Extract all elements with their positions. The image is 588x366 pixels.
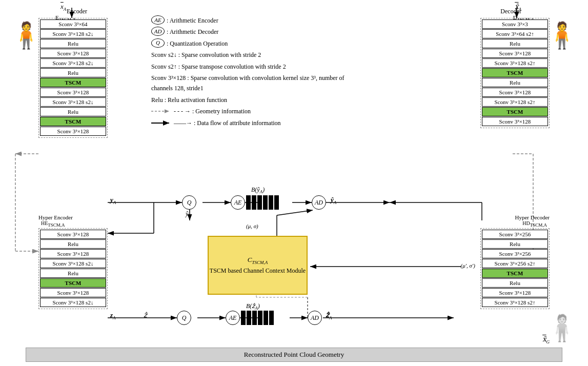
stream-block-z-5: [263, 311, 268, 325]
enc-layer-tscm-2: TSCM: [40, 117, 106, 126]
ad-desc: : Arithmetic Decoder: [167, 27, 218, 37]
person-right-top-figure: 🧍: [546, 21, 578, 50]
enc-layer-9: Relu: [40, 107, 106, 116]
hd-layer-tscm: TSCM: [482, 269, 548, 278]
z-hat-a-output: ẑA: [326, 311, 332, 320]
stream-block-z-1: [241, 311, 246, 325]
sconv-128-desc: Sconv 3³×128 : Sparse convolution with c…: [151, 73, 346, 94]
legend-box: AE : Arithmetic Encoder AD : Arithmetic …: [151, 15, 356, 129]
dec-layer-7: Sconv 3³×128: [482, 88, 548, 97]
legend-relu: Relu : Relu activation function: [151, 95, 356, 105]
ad-circle-y: AD: [312, 195, 326, 210]
dec-layer-8: Sconv 3³×128 s2↑: [482, 97, 548, 107]
stream-block-y-6: [274, 195, 279, 210]
mu-sigma-label: (μ, σ): [246, 223, 258, 229]
enc-layer-1: Sconv 3³×128 s2↓: [40, 29, 106, 38]
hd-layer-2: Sconv 3³×256: [482, 249, 548, 258]
stream-block-z-3: [252, 311, 257, 325]
bottom-bar: Reconstructed Point Cloud Geometry: [26, 348, 562, 362]
context-module: CTSCM,A TSCM based Channel Context Modul…: [208, 236, 308, 295]
person-left-figure: 🧍: [10, 21, 42, 50]
hd-layer-7: Sconv 3³×128 s2↑: [482, 298, 548, 307]
dec-layer-tscm-1: TSCM: [482, 68, 548, 77]
q-circle: Q: [151, 38, 165, 48]
x-a-label: xA: [60, 3, 66, 12]
enc-layer-4: Sconv 3³×128 s2↓: [40, 58, 106, 68]
ad-circle: AD: [151, 27, 165, 36]
encoder-block: Sconv 3³×64 Sconv 3³×128 s2↓ Relu Sconv …: [38, 18, 108, 138]
z-hat-label: ẑ: [144, 311, 147, 319]
legend-sconv-128: Sconv 3³×128 : Sparse convolution with c…: [151, 73, 356, 94]
x-tilde-a-label: x̃A: [515, 3, 521, 12]
dec-layer-2: Relu: [482, 39, 548, 48]
ae-label-y: AE: [234, 199, 242, 207]
hd-layer-1: Relu: [482, 239, 548, 249]
sconv-down-desc: Sconv s2↓ : Sparse convolution with stri…: [151, 50, 261, 60]
he-layer-4: Relu: [40, 269, 106, 278]
legend-ad: AD : Arithmetic Decoder: [151, 27, 356, 37]
stream-block-z-6: [269, 311, 274, 325]
solid-desc: ——→ : Data flow of attribute information: [151, 118, 281, 128]
legend-sconv-down: Sconv s2↓ : Sparse convolution with stri…: [151, 50, 356, 60]
stream-block-y-4: [263, 195, 268, 210]
q-label-y: Q: [187, 199, 192, 207]
stream-block-y-1: [246, 195, 251, 210]
stream-block-y-2: [252, 195, 256, 210]
legend-q: Q : Quantization Operation: [151, 38, 356, 49]
data-stream-z: [241, 311, 274, 325]
ad-label-z: AD: [311, 314, 319, 322]
hyper-decoder-subtitle: HDTSCM,A: [522, 220, 547, 228]
stream-block-z-2: [247, 311, 251, 325]
ae-circle-y: AE: [231, 195, 245, 210]
bottom-bar-label: Reconstructed Point Cloud Geometry: [244, 351, 344, 359]
legend-ae: AE : Arithmetic Encoder: [151, 15, 356, 26]
he-layer-7: Sconv 3³×128 s2↓: [40, 298, 106, 307]
hyper-encoder-title: Hyper Encoder: [38, 214, 73, 220]
he-layer-1: Relu: [40, 239, 106, 249]
q-desc: : Quantization Operation: [167, 38, 228, 49]
b-y-a-label: B(ŷA): [251, 186, 265, 194]
ad-label-y: AD: [315, 199, 323, 207]
ae-desc: : Arithmetic Encoder: [167, 15, 218, 26]
hyper-encoder-subtitle: HETSCM,A: [41, 220, 65, 228]
stream-block-y-3: [257, 195, 262, 210]
legend-solid: ——→ : Data flow of attribute information: [151, 118, 356, 128]
svg-line-15: [277, 210, 313, 215]
ad-circle-z: AD: [308, 311, 322, 325]
he-layer-6: Sconv 3³×128: [40, 288, 106, 297]
dec-layer-1: Sconv 3³×64 s2↑: [482, 29, 548, 38]
enc-layer-tscm-1: TSCM: [40, 78, 106, 87]
hd-layer-6: Sconv 3³×128: [482, 288, 548, 297]
dec-layer-0: Sconv 3³×3: [482, 19, 548, 29]
ae-label-z: AE: [229, 314, 237, 322]
y-hat-label: ŷ: [186, 210, 188, 218]
hyper-encoder-block: Sconv 3³×128 Relu Sconv 3³×128 Sconv 3³×…: [38, 228, 108, 309]
stream-block-z-4: [258, 311, 262, 325]
he-layer-2: Sconv 3³×128: [40, 249, 106, 258]
enc-layer-11: Sconv 3³×128: [40, 127, 106, 136]
legend-sconv-up: Sconv s2↑ : Sparse transpose convolution…: [151, 62, 356, 72]
enc-layer-2: Relu: [40, 39, 106, 48]
hyper-decoder-title: Hyper Decoder: [515, 214, 550, 220]
he-layer-3: Sconv 3³×128 s2↓: [40, 259, 106, 268]
b-z-a-label: B(ẑA): [246, 302, 260, 311]
data-stream-y: [246, 195, 279, 210]
q-circle-y: Q: [182, 195, 196, 210]
y-a-label: yA: [110, 196, 116, 205]
z-a-label: zA: [110, 311, 116, 320]
hyper-decoder-block: Sconv 3³×256 Relu Sconv 3³×256 Sconv 3³×…: [480, 228, 550, 309]
enc-layer-8: Sconv 3³×128 s2↓: [40, 97, 106, 107]
person-right-bottom-figure: 🧍: [546, 313, 578, 343]
dec-layer-4: Sconv 3³×128 s2↑: [482, 58, 548, 68]
q-label-z: Q: [182, 314, 187, 322]
decoder-block: Sconv 3³×3 Sconv 3³×64 s2↑ Relu Sconv 3³…: [480, 18, 550, 128]
dec-layer-3: Sconv 3³×128: [482, 49, 548, 58]
dec-layer-tscm-2: TSCM: [482, 107, 548, 116]
ae-circle: AE: [151, 15, 165, 25]
dashed-desc: - - - → : Geometry information: [151, 106, 251, 116]
hd-layer-3: Sconv 3³×256 s2↑: [482, 259, 548, 268]
sconv-up-desc: Sconv s2↑ : Sparse transpose convolution…: [151, 62, 286, 72]
hd-layer-0: Sconv 3³×256: [482, 230, 548, 239]
enc-layer-7: Sconv 3³×128: [40, 88, 106, 97]
main-container: AE : Arithmetic Encoder AD : Arithmetic …: [0, 0, 588, 366]
